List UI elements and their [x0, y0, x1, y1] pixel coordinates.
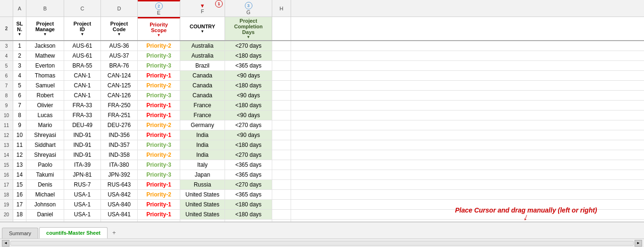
cell-manager: Samuel: [26, 81, 64, 90]
cell-country: Canada: [180, 91, 225, 100]
cell-project-code: JPN-392: [101, 170, 138, 179]
cell-sln: 17: [13, 200, 26, 209]
table-row: 6 4 Thomas CAN-1 CAN-124 Priority-1 Cana…: [0, 71, 644, 81]
filter-btn-f[interactable]: ▼: [201, 29, 204, 34]
scroll-track[interactable]: [10, 241, 634, 246]
header-sln: SL N. ▼: [13, 17, 26, 40]
table-row: 18 16 Michael USA-1 USA-842 Priority-2 U…: [0, 190, 644, 200]
cell-days: <90 days: [225, 130, 272, 140]
cell-country: Canada: [180, 71, 225, 80]
cell-priority: Priority-1: [138, 130, 180, 140]
tab-master[interactable]: countifs-Master Sheet: [39, 227, 108, 238]
cell-days: <270 days: [225, 120, 272, 130]
row-number: 16: [0, 170, 13, 179]
row-number: 18: [0, 190, 13, 199]
cell-days: <180 days: [225, 200, 272, 209]
cell-manager: Jackson: [26, 41, 64, 51]
cell-days: <90 days: [225, 91, 272, 100]
col-b-header[interactable]: B: [26, 0, 64, 17]
cell-project-id: DEU-49: [64, 120, 101, 130]
cell-priority: Priority-3: [138, 140, 180, 150]
cell-h: [272, 190, 291, 199]
cell-days: <270 days: [225, 41, 272, 51]
col-e-header[interactable]: 2 E: [138, 0, 180, 17]
cell-project-code: USA-842: [101, 190, 138, 199]
cell-h: [272, 81, 291, 90]
cell-sln: 12: [13, 150, 26, 160]
cell-priority: Priority-1: [138, 111, 180, 120]
filter-btn-a[interactable]: ▼: [18, 32, 22, 36]
cell-project-id: JPN-81: [64, 170, 101, 179]
table-row: 7 5 Samuel CAN-1 CAN-125 Priority-2 Cana…: [0, 81, 644, 91]
table-row: 13 11 Siddhart IND-91 IND-357 Priority-3…: [0, 140, 644, 150]
cell-manager: Shreyasi: [26, 130, 64, 140]
cell-priority: Priority-2: [138, 190, 180, 199]
cell-project-id: FRA-33: [64, 111, 101, 120]
sort-arrow-f: ▼: [200, 3, 205, 9]
column-letters-row: A B C D 2 E ▼ 1 F 3 G: [0, 0, 644, 17]
col-h-header[interactable]: H: [272, 0, 291, 17]
table-row: 14 12 Shreyasi IND-91 IND-358 Priority-2…: [0, 150, 644, 160]
cell-days: <270 days: [225, 180, 272, 189]
cell-project-id: RUS-7: [64, 180, 101, 189]
cell-country: India: [180, 140, 225, 150]
cell-h: [272, 180, 291, 189]
cell-h: [272, 61, 291, 70]
cell-manager: Daniel: [26, 210, 64, 219]
cell-priority: Priority-1: [138, 210, 180, 219]
col-g-header[interactable]: 3 G: [225, 0, 272, 17]
cell-days: <180 days: [225, 210, 272, 219]
cell-project-id: BRA-55: [64, 61, 101, 70]
header-project-id: Project ID ▼: [64, 17, 101, 40]
table-row: 12 10 Shreyasi IND-91 IND-356 Priority-1…: [0, 130, 644, 140]
cell-project-code: IND-357: [101, 140, 138, 150]
col-c-header[interactable]: C: [64, 0, 101, 17]
scroll-left-btn[interactable]: ◄: [2, 240, 9, 247]
cell-country: United States: [180, 190, 225, 199]
cell-days: <90 days: [225, 71, 272, 80]
filter-btn-d[interactable]: ▼: [117, 32, 121, 36]
cell-project-code: RUS-643: [101, 180, 138, 189]
cell-manager: Thomas: [26, 71, 64, 80]
table-row: 16 14 Takumi JPN-81 JPN-392 Priority-3 J…: [0, 170, 644, 180]
filter-btn-c[interactable]: ▼: [81, 32, 84, 36]
cell-sln: 6: [13, 91, 26, 100]
filter-btn-g[interactable]: ▼: [247, 35, 251, 39]
cell-sln: 9: [13, 120, 26, 130]
header-country: COUNTRY ▼: [180, 17, 225, 40]
cell-days: <90 days: [225, 111, 272, 120]
scroll-right-btn[interactable]: ►: [635, 240, 642, 247]
cell-priority: Priority-2: [138, 81, 180, 90]
col-f-header[interactable]: ▼ 1 F: [180, 0, 225, 17]
cell-project-code: IND-358: [101, 150, 138, 160]
tab-add-button[interactable]: +: [109, 227, 120, 238]
cell-days: <365 days: [225, 160, 272, 170]
cell-project-code: IND-356: [101, 130, 138, 140]
row-number: 17: [0, 180, 13, 189]
cell-project-code: BRA-76: [101, 61, 138, 70]
sort-num-2: 2: [155, 2, 163, 10]
col-a-header[interactable]: A: [13, 0, 26, 17]
tab-summary[interactable]: Summary: [2, 228, 38, 238]
filter-btn-e[interactable]: ▼: [157, 33, 161, 37]
sort-num-1: 1: [215, 0, 223, 8]
cell-priority: Priority-2: [138, 150, 180, 160]
cell-project-id: USA-1: [64, 190, 101, 199]
cell-priority: Priority-3: [138, 170, 180, 179]
table-row: 17 15 Denis RUS-7 RUS-643 Priority-1 Rus…: [0, 180, 644, 190]
cell-project-code: USA-841: [101, 210, 138, 219]
header-h: [272, 17, 291, 40]
cell-h: [272, 210, 291, 219]
cell-project-code: FRA-251: [101, 111, 138, 120]
row-num-header: [0, 0, 13, 17]
filter-btn-b[interactable]: ▼: [43, 32, 47, 36]
col-d-header[interactable]: D: [101, 0, 138, 17]
cell-manager: Shreyasi: [26, 150, 64, 160]
cell-priority: Priority-3: [138, 91, 180, 100]
row-number: 11: [0, 120, 13, 130]
spreadsheet-area: A B C D 2 E ▼ 1 F 3 G: [0, 0, 644, 221]
header-completion-days: Project Completion Days ▼: [225, 17, 272, 40]
cell-project-code: AUS-37: [101, 51, 138, 60]
cell-project-id: IND-91: [64, 150, 101, 160]
cell-project-id: IND-91: [64, 140, 101, 150]
